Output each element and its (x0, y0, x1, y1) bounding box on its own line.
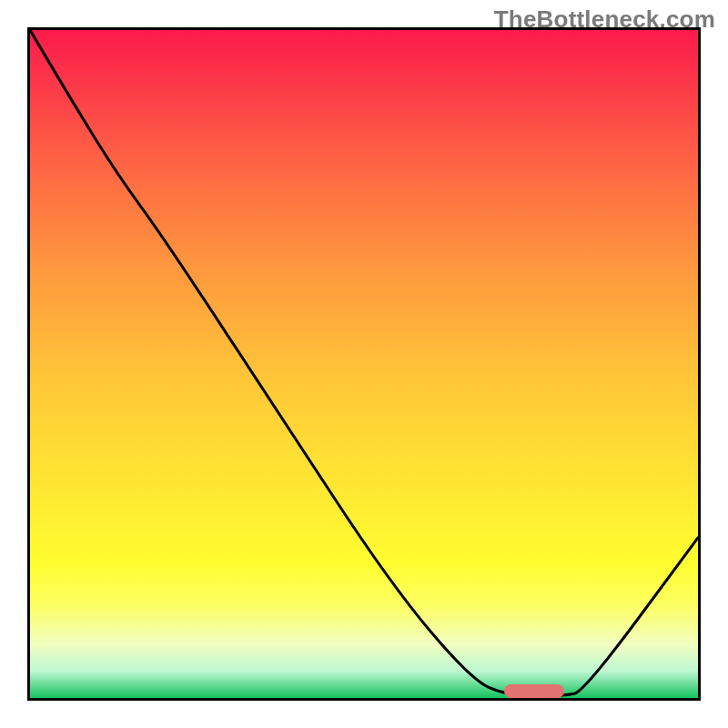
plot-area (27, 27, 701, 701)
watermark-text: TheBottleneck.com (494, 5, 715, 34)
chart-container: TheBottleneck.com (0, 0, 728, 728)
optimum-marker (504, 684, 564, 698)
heatmap-gradient (30, 30, 698, 698)
